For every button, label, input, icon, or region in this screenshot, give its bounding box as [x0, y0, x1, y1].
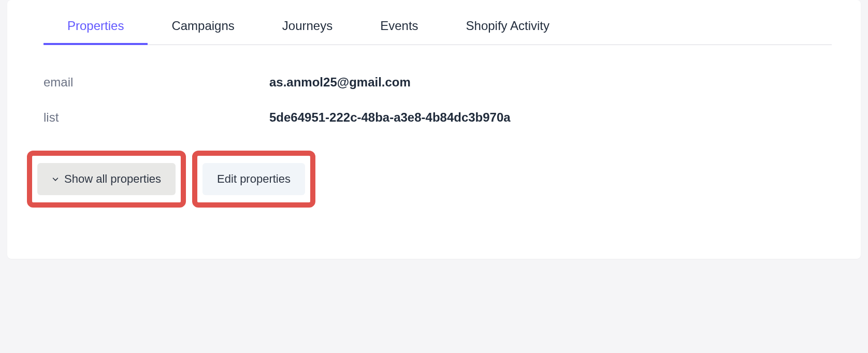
tab-shopify-activity[interactable]: Shopify Activity [442, 0, 573, 45]
tab-label: Journeys [282, 19, 332, 33]
properties-body: email as.anmol25@gmail.com list 5de64951… [7, 45, 861, 125]
property-label-list: list [44, 110, 269, 125]
tab-events[interactable]: Events [356, 0, 442, 45]
property-value-list: 5de64951-222c-48ba-a3e8-4b84dc3b970a [269, 110, 511, 125]
property-label-email: email [44, 75, 269, 90]
highlight-show-all: Show all properties [27, 151, 186, 208]
highlight-edit: Edit properties [192, 151, 315, 208]
edit-properties-label: Edit properties [217, 172, 291, 186]
tab-label: Events [380, 19, 418, 33]
chevron-down-icon [52, 175, 59, 183]
actions-row: Show all properties Edit properties [7, 151, 861, 208]
tab-campaigns[interactable]: Campaigns [148, 0, 258, 45]
tab-label: Properties [67, 19, 124, 33]
tab-journeys[interactable]: Journeys [258, 0, 356, 45]
tab-label: Campaigns [171, 19, 234, 33]
tab-label: Shopify Activity [466, 19, 549, 33]
property-value-email: as.anmol25@gmail.com [269, 75, 411, 90]
tabs-bar: Properties Campaigns Journeys Events Sho… [44, 0, 832, 45]
property-row: email as.anmol25@gmail.com [44, 75, 824, 90]
properties-card: Properties Campaigns Journeys Events Sho… [7, 0, 861, 259]
tab-properties[interactable]: Properties [44, 0, 148, 45]
show-all-properties-label: Show all properties [64, 172, 161, 186]
show-all-properties-button[interactable]: Show all properties [37, 163, 176, 195]
edit-properties-button[interactable]: Edit properties [202, 163, 305, 195]
property-row: list 5de64951-222c-48ba-a3e8-4b84dc3b970… [44, 110, 824, 125]
